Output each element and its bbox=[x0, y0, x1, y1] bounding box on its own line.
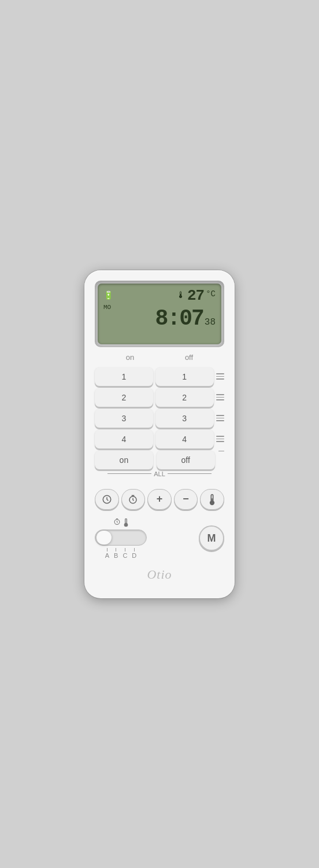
on-button-1[interactable]: 1 bbox=[95, 367, 153, 386]
h-line bbox=[216, 441, 224, 442]
tick-a bbox=[107, 548, 108, 551]
row-2: 2 2 bbox=[95, 388, 224, 407]
on-all-button[interactable]: on bbox=[95, 451, 153, 469]
tick-d bbox=[134, 548, 135, 551]
all-annotation: ALL bbox=[107, 470, 211, 477]
tick-b bbox=[116, 548, 117, 551]
plus-icon: + bbox=[157, 493, 163, 505]
svg-point-7 bbox=[124, 523, 127, 526]
row-1: 1 1 bbox=[95, 367, 224, 386]
line-seg-1 bbox=[216, 373, 224, 380]
slider-label-c: C bbox=[123, 548, 127, 559]
lcd-time-row: 8:07 38 bbox=[103, 308, 216, 330]
line-seg-4 bbox=[216, 436, 224, 442]
temp-icon: 🌡 bbox=[176, 290, 186, 301]
on-button-4[interactable]: 4 bbox=[95, 430, 153, 448]
all-container: on off ALL bbox=[95, 451, 224, 477]
line-seg-3 bbox=[216, 415, 224, 421]
all-buttons-row: on off bbox=[95, 451, 224, 469]
slider-label-b: B bbox=[114, 548, 118, 559]
timer-button[interactable] bbox=[121, 489, 146, 510]
slider-icons-row bbox=[113, 518, 129, 527]
all-label: ALL bbox=[151, 470, 168, 477]
slider-area: A B C D M bbox=[95, 518, 224, 559]
tick-c bbox=[125, 548, 126, 551]
off-button-1[interactable]: 1 bbox=[155, 367, 214, 386]
h-line bbox=[216, 415, 224, 416]
off-button-4[interactable]: 4 bbox=[155, 430, 214, 448]
lcd-screen: 🔋 MO 🌡 27 °C 8:07 38 bbox=[98, 284, 221, 344]
off-button-3[interactable]: 3 bbox=[155, 409, 214, 428]
slider-label-d: D bbox=[132, 548, 136, 559]
h-line bbox=[216, 397, 224, 398]
h-line bbox=[218, 451, 224, 452]
lcd-left-icons: 🔋 MO bbox=[103, 290, 113, 311]
h-line bbox=[216, 394, 224, 395]
off-all-button[interactable]: off bbox=[157, 451, 215, 469]
on-button-2[interactable]: 2 bbox=[95, 388, 153, 407]
h-line bbox=[216, 399, 224, 400]
off-button-2[interactable]: 2 bbox=[155, 388, 214, 407]
all-line-left bbox=[107, 473, 151, 475]
row-4: 4 4 bbox=[95, 430, 224, 448]
h-line bbox=[216, 436, 224, 437]
h-line bbox=[216, 420, 224, 421]
all-line-right bbox=[168, 473, 212, 475]
plus-button[interactable]: + bbox=[147, 489, 172, 510]
battery-icon: 🔋 bbox=[103, 290, 113, 300]
on-header-label: on bbox=[103, 353, 157, 362]
slider-thermo-icon bbox=[123, 518, 129, 527]
clock-button[interactable] bbox=[95, 489, 119, 510]
lcd-time-main: 8:07 bbox=[155, 308, 203, 330]
slider-labels: A B C D bbox=[105, 548, 137, 559]
minus-button[interactable]: − bbox=[174, 489, 198, 510]
lcd-temp-row: 🌡 27 °C bbox=[103, 288, 216, 303]
line-seg-all bbox=[218, 451, 224, 469]
slider-thumb bbox=[97, 531, 112, 545]
on-off-header: on off bbox=[95, 353, 224, 362]
h-line bbox=[216, 439, 224, 440]
h-line bbox=[216, 418, 224, 419]
function-buttons-row: + − bbox=[95, 489, 224, 510]
remote-control: 🔋 MO 🌡 27 °C 8:07 38 on off 1 1 bbox=[84, 270, 235, 598]
svg-rect-6 bbox=[125, 518, 127, 523]
brand-label: Otio bbox=[147, 567, 172, 582]
slider-section: A B C D bbox=[95, 518, 147, 559]
h-line bbox=[216, 373, 224, 374]
m-button-label: M bbox=[207, 532, 216, 545]
line-seg-2 bbox=[216, 394, 224, 400]
lcd-day: MO bbox=[103, 304, 113, 311]
h-line bbox=[216, 376, 224, 377]
row-3: 3 3 bbox=[95, 409, 224, 428]
off-header-label: off bbox=[162, 353, 216, 362]
lcd-temperature: 27 bbox=[187, 288, 204, 303]
on-button-3[interactable]: 3 bbox=[95, 409, 153, 428]
lcd-temp-unit: °C bbox=[206, 289, 216, 299]
minus-icon: − bbox=[183, 493, 189, 505]
svg-point-3 bbox=[210, 501, 214, 505]
thermometer-button[interactable] bbox=[200, 489, 224, 510]
lcd-container: 🔋 MO 🌡 27 °C 8:07 38 bbox=[95, 281, 224, 347]
slider-timer-icon bbox=[113, 518, 121, 525]
h-line bbox=[216, 378, 224, 380]
button-grid: 1 1 2 2 3 3 bbox=[95, 367, 224, 480]
mode-slider[interactable] bbox=[95, 529, 147, 546]
slider-label-a: A bbox=[105, 548, 109, 559]
m-button[interactable]: M bbox=[199, 525, 224, 551]
lcd-time-sec: 38 bbox=[205, 317, 216, 328]
